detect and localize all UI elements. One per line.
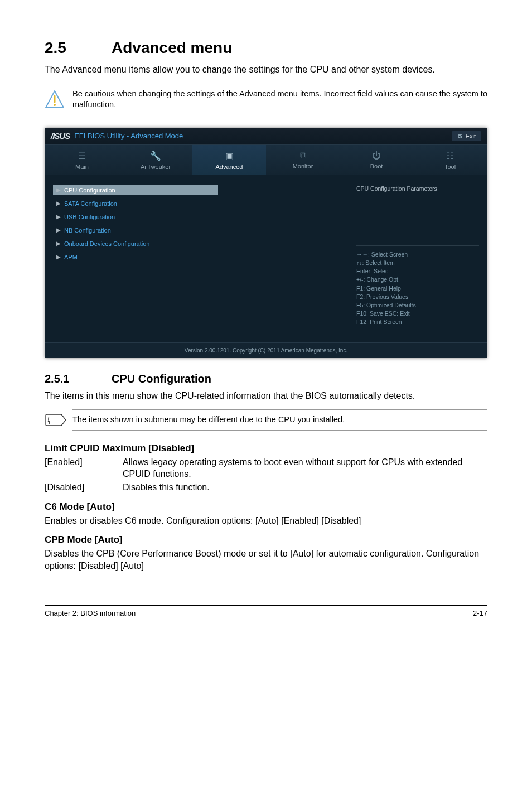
menu-usb-configuration[interactable]: ▶ USB Configuration: [53, 212, 341, 222]
bios-logo: /ISUS: [51, 131, 70, 141]
info-note: The items shown in submenu may be differ…: [45, 409, 487, 431]
tab-boot-label: Boot: [370, 163, 383, 170]
help-line: F12: Print Screen: [356, 318, 479, 326]
option-heading-cpb: CPB Mode [Auto]: [45, 534, 487, 545]
chevron-right-icon: ▶: [56, 214, 61, 220]
warning-text: Be cautious when changing the settings o…: [72, 84, 487, 115]
exit-label: Exit: [466, 133, 476, 139]
note-text: The items shown in submenu may be differ…: [72, 409, 487, 431]
chevron-right-icon: ▶: [56, 227, 61, 233]
bios-title: EFI BIOS Utility - Advanced Mode: [74, 132, 183, 140]
list-icon: ☰: [45, 151, 119, 161]
tab-ai-tweaker[interactable]: 🔧 Ai Tweaker: [119, 145, 192, 175]
page-footer: Chapter 2: BIOS information 2-17: [45, 605, 487, 617]
bios-help-pane: CPU Configuration Parameters →←: Select …: [349, 175, 487, 342]
tab-advanced-label: Advanced: [216, 163, 243, 170]
menu-sata-configuration[interactable]: ▶ SATA Configuration: [53, 199, 341, 209]
warning-icon: [45, 90, 72, 109]
tab-tool[interactable]: ☷ Tool: [413, 145, 487, 175]
wrench-icon: 🔧: [119, 151, 192, 161]
menu-item-label: Onboard Devices Configuration: [64, 240, 149, 247]
help-line: F5: Optimized Defaults: [356, 301, 479, 310]
option-row: [Enabled] Allows legacy operating system…: [45, 456, 487, 480]
menu-item-label: CPU Configuration: [64, 187, 115, 194]
bios-tab-bar: ☰ Main 🔧 Ai Tweaker ▣ Advanced ⧉ Monitor…: [45, 144, 487, 175]
tab-monitor[interactable]: ⧉ Monitor: [266, 145, 340, 175]
section-heading: 2.5Advanced menu: [45, 39, 487, 57]
chip-icon: ▣: [192, 151, 266, 161]
subsection-number: 2.5.1: [45, 373, 112, 385]
chevron-right-icon: ▶: [56, 254, 61, 260]
menu-cpu-configuration[interactable]: ▶ CPU Configuration: [53, 185, 218, 195]
menu-item-label: APM: [64, 254, 78, 260]
help-line: F1: General Help: [356, 284, 479, 293]
footer-left: Chapter 2: BIOS information: [45, 609, 136, 617]
option-description: Disables the CPB (Core Performance Boost…: [45, 548, 487, 572]
section-number: 2.5: [45, 39, 112, 57]
bios-screenshot: /ISUS EFI BIOS Utility - Advanced Mode E…: [45, 128, 487, 358]
option-value: Disables this function.: [123, 481, 487, 494]
tab-tool-label: Tool: [444, 163, 456, 170]
help-line: F10: Save ESC: Exit: [356, 310, 479, 318]
subsection-description: The items in this menu show the CPU-rela…: [45, 390, 487, 402]
menu-item-label: USB Configuration: [64, 214, 115, 220]
help-title: CPU Configuration Parameters: [356, 185, 479, 195]
help-line: +/-: Change Opt.: [356, 276, 479, 284]
tab-monitor-label: Monitor: [293, 163, 313, 170]
option-key: [Disabled]: [45, 481, 123, 494]
chevron-right-icon: ▶: [56, 240, 61, 247]
bios-titlebar: /ISUS EFI BIOS Utility - Advanced Mode E…: [45, 128, 487, 144]
subsection-heading: 2.5.1CPU Configuration: [45, 373, 487, 385]
menu-onboard-devices[interactable]: ▶ Onboard Devices Configuration: [53, 239, 341, 249]
subsection-title-text: CPU Configuration: [112, 373, 211, 385]
help-line: F2: Previous Values: [356, 293, 479, 301]
option-heading-c6: C6 Mode [Auto]: [45, 501, 487, 513]
option-description: Enables or disables C6 mode. Configurati…: [45, 515, 487, 527]
menu-item-label: NB Configuration: [64, 227, 111, 234]
chevron-right-icon: ▶: [56, 187, 61, 193]
toolbox-icon: ☷: [413, 151, 487, 161]
help-keys: →←: Select Screen ↑↓: Select Item Enter:…: [356, 245, 479, 327]
section-title-text: Advanced menu: [112, 39, 232, 56]
bios-menu-pane: ▶ CPU Configuration ▶ SATA Configuration…: [45, 175, 349, 342]
tab-ai-label: Ai Tweaker: [141, 163, 171, 170]
help-line: Enter: Select: [356, 267, 479, 276]
power-icon: ⏻: [340, 151, 413, 161]
menu-item-label: SATA Configuration: [64, 200, 117, 207]
tab-boot[interactable]: ⏻ Boot: [340, 145, 413, 175]
footer-right: 2-17: [473, 609, 487, 617]
menu-nb-configuration[interactable]: ▶ NB Configuration: [53, 225, 341, 235]
svg-point-2: [54, 104, 56, 106]
help-line: →←: Select Screen: [356, 250, 479, 259]
menu-apm[interactable]: ▶ APM: [53, 252, 341, 262]
tab-advanced[interactable]: ▣ Advanced: [192, 145, 266, 175]
option-key: [Enabled]: [45, 456, 123, 480]
tab-main[interactable]: ☰ Main: [45, 145, 119, 175]
warning-note: Be cautious when changing the settings o…: [45, 84, 487, 115]
bios-footer: Version 2.00.1201. Copyright (C) 2011 Am…: [45, 342, 487, 358]
option-value: Allows legacy operating systems to boot …: [123, 456, 487, 480]
monitor-icon: ⧉: [266, 151, 340, 161]
help-line: ↑↓: Select Item: [356, 259, 479, 267]
exit-button[interactable]: Exit: [452, 131, 481, 141]
option-heading-cpuid: Limit CPUID Maximum [Disabled]: [45, 443, 487, 454]
tab-main-label: Main: [75, 163, 89, 170]
intro-paragraph: The Advanced menu items allow you to cha…: [45, 64, 487, 76]
exit-icon: [457, 133, 463, 139]
option-row: [Disabled] Disables this function.: [45, 481, 487, 494]
chevron-right-icon: ▶: [56, 200, 61, 206]
note-icon: [45, 412, 72, 428]
